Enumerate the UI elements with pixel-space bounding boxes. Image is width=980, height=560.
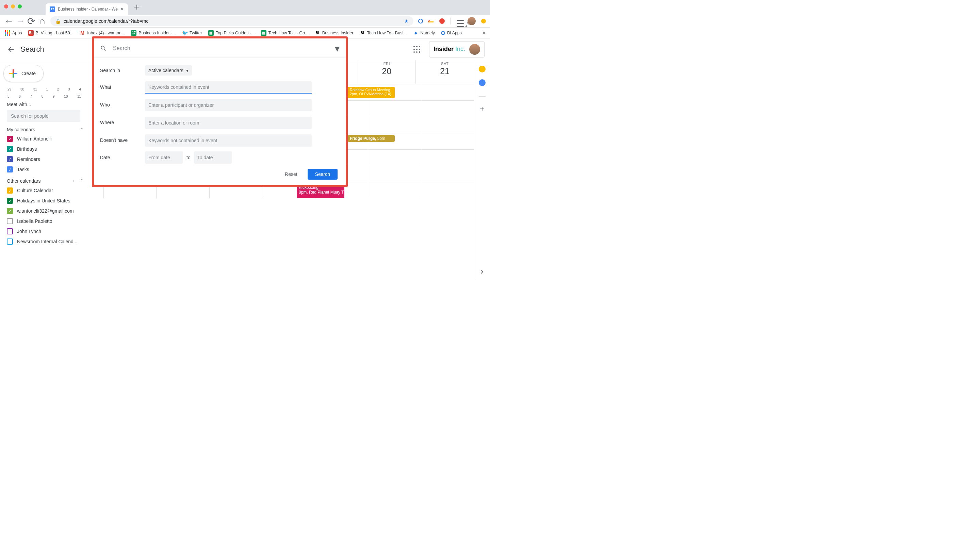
calendar-item[interactable]: John Lynch — [7, 226, 87, 237]
keep-icon[interactable] — [479, 66, 485, 72]
readinglist-icon[interactable]: ☰♪ — [456, 18, 462, 24]
day-header-sat[interactable]: SAT 21 — [415, 60, 474, 84]
window-minimize[interactable] — [11, 4, 15, 8]
bookmark-item[interactable]: BI Apps — [441, 31, 462, 35]
checkbox[interactable]: ✓ — [7, 198, 13, 204]
calendar-event[interactable]: Rainbow Group Meeting2pm, OLP-9-Matcha (… — [348, 87, 395, 98]
google-apps-icon[interactable] — [410, 43, 423, 56]
grid-cell[interactable] — [421, 100, 474, 117]
bookmark-item[interactable]: 17Business Insider -... — [131, 30, 176, 36]
checkbox[interactable] — [7, 228, 13, 234]
search-bar[interactable]: ▾ — [94, 38, 346, 58]
user-avatar[interactable] — [469, 44, 480, 55]
address-bar[interactable]: 🔒 calendar.google.com/calendar/r?tab=mc … — [50, 16, 413, 26]
bookmark-item[interactable]: ◆Namely — [413, 30, 435, 36]
what-input[interactable] — [145, 81, 312, 93]
addons-plus-icon[interactable]: ＋ — [478, 103, 486, 113]
grid-cell[interactable] — [421, 84, 474, 100]
bookmark-overflow-icon[interactable]: » — [483, 31, 485, 35]
search-in-dropdown[interactable]: Active calendars▾ — [145, 65, 192, 75]
doesnt-have-input[interactable] — [145, 134, 312, 147]
window-close[interactable] — [4, 4, 8, 8]
mini-calendar[interactable]: 2930311234 567891011 — [7, 87, 81, 98]
checkbox[interactable] — [7, 238, 13, 245]
calendar-item[interactable]: ✓Holidays in United States — [7, 196, 87, 206]
grid-cell[interactable] — [368, 166, 421, 182]
new-tab-button[interactable]: ＋ — [132, 2, 142, 12]
checkbox[interactable] — [7, 218, 13, 224]
ext-icon-4[interactable] — [481, 19, 486, 23]
bookmark-item[interactable]: BIBI Viking - Last 50... — [28, 30, 74, 36]
checkbox[interactable]: ✓ — [7, 146, 13, 152]
add-calendar-icon[interactable]: ＋ — [71, 178, 75, 184]
grid-cell[interactable] — [421, 117, 474, 133]
calendar-item[interactable]: ✓Birthdays — [7, 144, 87, 154]
checkbox[interactable]: ✓ — [7, 187, 13, 193]
bookmark-item[interactable]: MInbox (4) - wanton... — [80, 30, 125, 36]
to-date-input[interactable] — [194, 152, 232, 163]
ext-icon-1[interactable] — [418, 19, 423, 23]
tasks-icon[interactable] — [479, 79, 485, 86]
calendar-item-label: Birthdays — [17, 146, 37, 152]
bookmark-item[interactable]: BITech How To - Busi... — [359, 30, 407, 36]
bookmark-item[interactable]: ▦Tech How To's - Go... — [261, 30, 308, 36]
ext-icon-3[interactable] — [439, 18, 445, 24]
calendar-item[interactable]: Newsroom Internal Calend... — [7, 237, 87, 247]
calendar-item[interactable]: ✓William Antonelli — [7, 134, 87, 144]
tab-close-icon[interactable]: ✕ — [120, 7, 124, 12]
chevron-up-icon[interactable]: ⌃ — [80, 178, 84, 184]
search-panel: ▾ Search in Active calendars▾ What Who W… — [94, 38, 346, 185]
reload-icon[interactable]: ⟳ — [27, 16, 34, 27]
search-people-input[interactable]: Search for people — [7, 110, 80, 122]
search-input[interactable] — [113, 45, 329, 52]
window-controls — [4, 4, 22, 8]
calendar-item[interactable]: ✓Reminders — [7, 154, 87, 164]
date-label: Date — [100, 155, 145, 160]
bookmark-item[interactable]: BIBusiness Insider — [315, 30, 353, 36]
checkbox[interactable]: ✓ — [7, 208, 13, 214]
grid-cell[interactable] — [421, 133, 474, 149]
what-label: What — [100, 84, 145, 90]
day-header-fri[interactable]: FRI 20 — [358, 60, 416, 84]
calendar-item[interactable]: Isabella Paoletto — [7, 216, 87, 226]
chevron-right-icon[interactable]: › — [480, 266, 483, 277]
bookmark-apps[interactable]: Apps — [5, 30, 22, 36]
grid-cell[interactable] — [368, 149, 421, 166]
grid-cell[interactable] — [368, 182, 421, 198]
url-text: calendar.google.com/calendar/r?tab=mc — [63, 18, 148, 24]
my-calendars-header[interactable]: My calendars ⌃ — [7, 127, 84, 132]
window-maximize[interactable] — [18, 4, 22, 8]
other-calendars-header[interactable]: Other calendars ＋⌃ — [7, 178, 84, 184]
ext-icon-2[interactable] — [428, 20, 435, 22]
reset-button[interactable]: Reset — [279, 169, 303, 180]
calendar-event[interactable]: Kickboxing8pm, Red Planet Muay T — [297, 184, 344, 198]
search-button[interactable]: Search — [308, 169, 338, 180]
calendar-item[interactable]: ✓Culture Calendar — [7, 185, 87, 196]
who-input[interactable] — [145, 99, 312, 111]
grid-cell[interactable] — [421, 166, 474, 182]
checkbox[interactable]: ✓ — [7, 156, 13, 162]
calendar-item[interactable]: ✓w.antonelli322@gmail.com — [7, 206, 87, 216]
profile-avatar-icon[interactable] — [468, 17, 476, 25]
org-brand[interactable]: Insider Inc. — [429, 41, 485, 57]
dropdown-icon[interactable]: ▾ — [335, 43, 340, 54]
grid-cell[interactable] — [421, 182, 474, 198]
back-arrow-icon[interactable] — [7, 45, 15, 53]
from-date-input[interactable] — [145, 152, 183, 163]
star-icon[interactable]: ★ — [404, 18, 409, 24]
home-icon[interactable]: ⌂ — [39, 16, 46, 27]
bookmark-item[interactable]: 🐦Twitter — [182, 30, 202, 36]
bookmark-item[interactable]: ▦Top Picks Guides -... — [208, 30, 255, 36]
grid-cell[interactable] — [368, 117, 421, 133]
where-input[interactable] — [145, 117, 312, 129]
checkbox[interactable]: ✓ — [7, 136, 13, 142]
back-icon[interactable]: ← — [4, 16, 11, 27]
calendar-event[interactable]: Fridge Purge, 5pm — [348, 135, 395, 142]
calendar-item[interactable]: ✓Tasks — [7, 164, 87, 175]
browser-tab[interactable]: 17 Business Insider - Calendar - We ✕ — [46, 3, 128, 15]
grid-cell[interactable] — [421, 149, 474, 166]
chevron-up-icon[interactable]: ⌃ — [80, 127, 84, 132]
create-button[interactable]: Create — [3, 65, 43, 82]
checkbox[interactable]: ✓ — [7, 167, 13, 172]
grid-cell[interactable] — [368, 100, 421, 117]
